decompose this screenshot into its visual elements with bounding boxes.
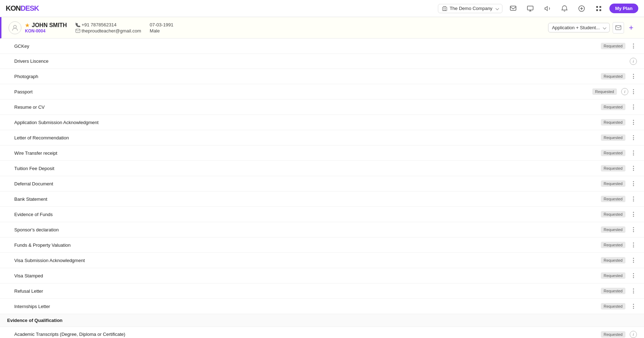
- document-actions: Requested: [601, 180, 637, 188]
- more-options-icon[interactable]: [630, 72, 637, 80]
- list-item: Evidence of FundsRequested: [0, 207, 644, 222]
- document-name: Visa Submission Acknowledgment: [14, 258, 598, 263]
- contact-name: ★ JOHN SMITH: [25, 22, 67, 29]
- list-item: Sponsor's declarationRequested: [0, 222, 644, 237]
- svg-rect-2: [445, 8, 446, 9]
- document-name: Visa Stamped: [14, 273, 598, 278]
- document-actions: i: [630, 58, 637, 65]
- document-name: Academic Transcripts (Degree, Diploma or…: [14, 332, 598, 337]
- announcement-button[interactable]: [541, 2, 554, 15]
- document-actions: Requestedi: [592, 88, 637, 96]
- logo: KONDESK: [6, 4, 39, 12]
- more-options-icon[interactable]: [630, 180, 637, 188]
- svg-rect-9: [599, 6, 601, 8]
- contact-meta: 07-03-1991 Male: [150, 22, 174, 34]
- more-options-icon[interactable]: [630, 241, 637, 249]
- document-name: Sponsor's declaration: [14, 227, 598, 232]
- my-plan-button[interactable]: My Plan: [609, 4, 638, 13]
- svg-rect-6: [527, 6, 533, 10]
- screen-button[interactable]: [524, 2, 537, 15]
- phone-icon: [76, 22, 80, 27]
- list-item: Visa Submission AcknowledgmentRequested: [0, 253, 644, 268]
- document-actions: Requested: [601, 226, 637, 234]
- status-badge: Requested: [601, 180, 625, 187]
- info-icon[interactable]: i: [621, 88, 628, 95]
- email-action-button[interactable]: [613, 22, 624, 34]
- building-icon: [442, 6, 448, 11]
- svg-point-12: [14, 25, 16, 28]
- more-options-icon[interactable]: [630, 195, 637, 203]
- status-badge: Requested: [601, 119, 625, 126]
- list-item: Visa StampedRequested: [0, 268, 644, 283]
- status-badge: Requested: [601, 165, 625, 171]
- status-badge: Requested: [601, 272, 625, 279]
- document-actions: Requested: [601, 241, 637, 249]
- more-options-icon[interactable]: [630, 118, 637, 126]
- document-name: Deferral Document: [14, 181, 598, 186]
- list-item: GCKeyRequested: [0, 39, 644, 54]
- status-badge: Requested: [601, 331, 625, 338]
- info-icon[interactable]: i: [630, 331, 637, 338]
- more-options-icon[interactable]: [630, 226, 637, 234]
- company-name: The Demo Company: [450, 6, 492, 11]
- document-name: Photograph: [14, 74, 598, 79]
- app-selector-chevron: [603, 26, 607, 30]
- app-selector[interactable]: Application + Student...: [548, 23, 610, 32]
- svg-rect-5: [510, 6, 516, 10]
- document-name: Tuition Fee Deposit: [14, 166, 598, 171]
- contact-id: KON-0004: [25, 29, 67, 34]
- more-options-icon[interactable]: [630, 302, 637, 310]
- more-options-icon[interactable]: [630, 164, 637, 172]
- document-actions: Requestedi: [601, 331, 637, 338]
- status-badge: Requested: [601, 226, 625, 233]
- plus-circle-icon: [578, 5, 585, 12]
- document-name: Application Submission Acknowledgment: [14, 120, 598, 125]
- more-options-icon[interactable]: [630, 103, 637, 111]
- document-actions: Requested: [601, 149, 637, 157]
- company-selector[interactable]: The Demo Company: [438, 4, 502, 13]
- svg-rect-0: [443, 7, 447, 11]
- status-badge: Requested: [601, 257, 625, 263]
- email-icon: [76, 29, 80, 33]
- more-options-icon[interactable]: [630, 272, 637, 280]
- status-badge: Requested: [601, 150, 625, 156]
- list-item: Academic Transcripts (Degree, Diploma or…: [0, 327, 644, 338]
- chevron-down-icon: [495, 7, 499, 10]
- status-badge: Requested: [601, 134, 625, 141]
- more-options-icon[interactable]: [630, 134, 637, 142]
- avatar: [9, 21, 21, 34]
- add-button[interactable]: [575, 2, 588, 15]
- megaphone-icon: [544, 5, 551, 12]
- document-actions: Requested: [601, 118, 637, 126]
- list-item: Funds & Property ValuationRequested: [0, 237, 644, 253]
- more-options-icon[interactable]: [630, 42, 637, 50]
- document-actions: Requested: [601, 42, 637, 50]
- status-badge: Requested: [601, 104, 625, 110]
- more-options-icon[interactable]: [630, 210, 637, 218]
- document-name: Drivers Liscence: [14, 58, 627, 64]
- list-item: PhotographRequested: [0, 69, 644, 84]
- more-options-icon[interactable]: [630, 88, 637, 96]
- document-actions: Requested: [601, 195, 637, 203]
- section-header: Evidence of Qualification: [0, 314, 644, 327]
- document-actions: Requested: [601, 256, 637, 264]
- document-name: Evidence of Qualification: [7, 318, 637, 323]
- grid-icon: [595, 5, 602, 12]
- document-actions: Requested: [601, 103, 637, 111]
- notifications-button[interactable]: [558, 2, 571, 15]
- apps-button[interactable]: [592, 2, 605, 15]
- contact-add-button[interactable]: +: [625, 22, 637, 34]
- info-icon[interactable]: i: [630, 58, 637, 65]
- contact-name-block: ★ JOHN SMITH KON-0004: [25, 22, 67, 34]
- contact-details: +91 7878562314 theproudteacher@gmail.com: [76, 22, 141, 34]
- document-actions: Requested: [601, 302, 637, 310]
- svg-rect-1: [444, 8, 444, 9]
- status-badge: Requested: [601, 288, 625, 294]
- document-name: Resume or CV: [14, 104, 598, 110]
- more-options-icon[interactable]: [630, 256, 637, 264]
- messages-button[interactable]: [507, 2, 520, 15]
- status-badge: Requested: [601, 73, 625, 80]
- document-name: Funds & Property Valuation: [14, 242, 598, 248]
- more-options-icon[interactable]: [630, 287, 637, 295]
- more-options-icon[interactable]: [630, 149, 637, 157]
